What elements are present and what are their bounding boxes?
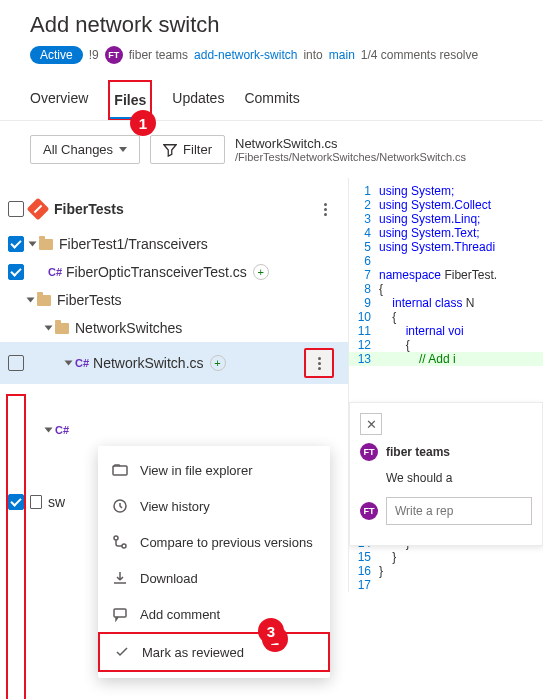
team-name: fiber teams [129, 48, 188, 62]
tab-overview[interactable]: Overview [30, 80, 88, 120]
checkbox-file2[interactable] [8, 355, 24, 371]
menu-compare[interactable]: Compare to previous versions [98, 524, 330, 560]
code-kw: namespace [379, 268, 441, 282]
folder-icon [37, 295, 51, 306]
menu-view-explorer[interactable]: View in file explorer [98, 452, 330, 488]
more-button-root[interactable] [310, 194, 340, 224]
tree-file-transceiver-test[interactable]: FiberOpticTransceiverTest.cs [66, 264, 247, 280]
code-kw: class [432, 296, 463, 310]
history-icon [112, 498, 128, 514]
chevron-down-icon [119, 147, 127, 152]
svg-point-2 [114, 536, 118, 540]
tree-folder-transceivers[interactable]: FiberTest1/Transceivers [59, 236, 208, 252]
menu-label: Mark as reviewed [142, 645, 244, 660]
comment-avatar: FT [360, 443, 378, 461]
svg-rect-4 [114, 609, 126, 617]
download-icon [112, 570, 128, 586]
code-kw: internal [379, 296, 432, 310]
target-branch-link[interactable]: main [329, 48, 355, 62]
comment-text: We should a [360, 471, 532, 485]
csharp-icon: C# [55, 424, 69, 436]
svg-rect-0 [113, 466, 127, 475]
checkbox-folder1[interactable] [8, 236, 24, 252]
svg-point-3 [122, 544, 126, 548]
meta-row: Active !9 FT fiber teams add-network-swi… [30, 46, 527, 64]
code-line: using System.Linq; [379, 212, 480, 226]
source-branch-link[interactable]: add-network-switch [194, 48, 297, 62]
current-file-path: /FiberTests/NetworkSwitches/NetworkSwitc… [235, 151, 529, 163]
chevron-icon[interactable] [29, 242, 37, 247]
vote-count: !9 [89, 48, 99, 62]
menu-download[interactable]: Download [98, 560, 330, 596]
menu-mark-reviewed[interactable]: Mark as reviewed [98, 632, 330, 672]
callout-1: 1 [130, 110, 156, 136]
chevron-icon[interactable] [45, 326, 53, 331]
comment-author: fiber teams [386, 445, 450, 459]
comment-icon [112, 606, 128, 622]
reply-input[interactable] [386, 497, 532, 525]
status-badge-active: Active [30, 46, 83, 64]
csharp-icon: C# [48, 266, 62, 278]
code-viewer: 1using System; 2using System.Collect 3us… [348, 178, 543, 592]
menu-add-comment[interactable]: Add comment [98, 596, 330, 632]
code-line: using System.Collect [379, 198, 491, 212]
code-line: } [379, 564, 383, 578]
close-button[interactable]: ✕ [360, 413, 382, 435]
tree-root-label[interactable]: FiberTests [54, 201, 124, 217]
menu-label: View in file explorer [140, 463, 252, 478]
filter-icon [163, 143, 177, 157]
all-changes-dropdown[interactable]: All Changes [30, 135, 140, 164]
code-line: } [379, 550, 396, 564]
checkbox-file4[interactable] [8, 494, 24, 510]
filter-button[interactable]: Filter [150, 135, 225, 164]
avatar: FT [105, 46, 123, 64]
code-text: N [462, 296, 474, 310]
all-changes-label: All Changes [43, 142, 113, 157]
code-line: using System; [379, 184, 454, 198]
current-file-name: NetworkSwitch.cs [235, 136, 529, 151]
menu-label: View history [140, 499, 210, 514]
comments-status: 1/4 comments resolve [361, 48, 478, 62]
reply-avatar: FT [360, 502, 378, 520]
more-button-file[interactable] [304, 348, 334, 378]
add-badge[interactable]: + [253, 264, 269, 280]
code-line: { [379, 338, 410, 352]
folder-open-icon [112, 462, 128, 478]
code-line: using System.Text; [379, 226, 480, 240]
folder-icon [39, 239, 53, 250]
into-label: into [303, 48, 322, 62]
code-comment: // Add i [379, 352, 456, 366]
code-text: FiberTest. [441, 268, 497, 282]
code-line: { [379, 282, 383, 296]
menu-view-history[interactable]: View history [98, 488, 330, 524]
tree-folder-fibertests[interactable]: FiberTests [57, 292, 122, 308]
code-line: { [379, 310, 396, 324]
page-title: Add network switch [30, 12, 527, 38]
tree-folder-networkswitches[interactable]: NetworkSwitches [75, 320, 182, 336]
checkbox-file1[interactable] [8, 264, 24, 280]
menu-label: Add comment [140, 607, 220, 622]
callout-3: 3 [258, 618, 284, 644]
checkbox-root[interactable] [8, 201, 24, 217]
add-badge[interactable]: + [210, 355, 226, 371]
chevron-icon[interactable] [27, 298, 35, 303]
menu-label: Download [140, 571, 198, 586]
tab-bar: Overview Files Updates Commits [0, 80, 543, 121]
csharp-icon: C# [75, 357, 89, 369]
menu-label: Compare to previous versions [140, 535, 313, 550]
tab-updates[interactable]: Updates [172, 80, 224, 120]
tree-file-sw[interactable]: sw [48, 494, 65, 510]
folder-icon [55, 323, 69, 334]
compare-icon [112, 534, 128, 550]
tab-commits[interactable]: Commits [244, 80, 299, 120]
chevron-icon[interactable] [45, 428, 53, 433]
comment-panel: ✕ FT fiber teams We should a FT [349, 402, 543, 546]
check-icon [114, 644, 130, 660]
chevron-icon[interactable] [65, 361, 73, 366]
context-menu: View in file explorer View history Compa… [98, 446, 330, 678]
code-line: using System.Threadi [379, 240, 495, 254]
filter-label: Filter [183, 142, 212, 157]
code-kw: internal [379, 324, 445, 338]
tree-file-networkswitch[interactable]: NetworkSwitch.cs [93, 355, 203, 371]
git-icon [27, 198, 50, 221]
